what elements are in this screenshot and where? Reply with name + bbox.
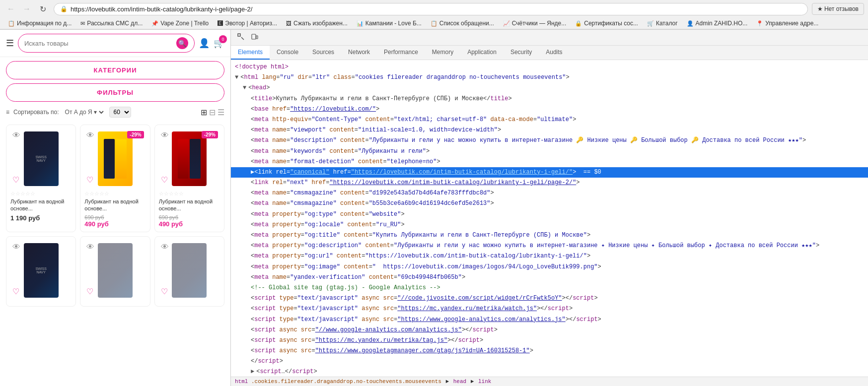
product-favorite-button[interactable]: ♡	[86, 287, 93, 296]
grid2-view-button[interactable]: ⊟	[209, 108, 216, 117]
hamburger-button[interactable]: ☰	[6, 38, 14, 49]
html-line-script-gtm[interactable]: <script async src="https://www.googletag…	[231, 346, 868, 356]
search-input[interactable]	[24, 40, 176, 47]
forward-button[interactable]: →	[20, 2, 34, 16]
product-eye-button[interactable]: 👁	[12, 131, 20, 140]
html-line-meta-desc[interactable]: <meta name="description" content="Лубрик…	[231, 135, 868, 146]
expand-arrow[interactable]: ▼	[235, 73, 238, 82]
product-card[interactable]: 👁 -29% ♡ ☆☆☆☆☆ Лубрикант на водной основ…	[154, 125, 224, 232]
inspect-element-button[interactable]	[235, 32, 247, 43]
html-line-comment-ga[interactable]: <!-- Global site tag (gtag.js) - Google …	[231, 283, 868, 293]
sort-select[interactable]: От А до Я ▾	[63, 108, 105, 116]
bookmark-compress[interactable]: 🖼 Сжать изображен...	[282, 19, 352, 28]
url-input[interactable]	[71, 5, 801, 13]
html-line-meta-fd[interactable]: <meta name="format-detection" content="t…	[231, 157, 868, 167]
bookmark-certs[interactable]: 🔒 Сертификаты сос...	[571, 19, 642, 28]
product-eye-button[interactable]: 👁	[12, 243, 20, 252]
expand-arrow[interactable]: ►	[251, 367, 254, 377]
product-card[interactable]: 👁 -29% ♡ ☆☆☆☆☆ Лубрикант на водной основ…	[80, 125, 150, 232]
bookmark-sms[interactable]: ✉ Рассылка СМС дл...	[76, 19, 146, 28]
html-line-og-locale[interactable]: <meta property="og:locale" content="ru_R…	[231, 220, 868, 230]
tab-audits[interactable]: Audits	[539, 46, 569, 60]
product-card[interactable]: 👁 ♡	[80, 236, 150, 307]
html-line-meta-kw[interactable]: <meta name="keywords" content="Лубрикант…	[231, 146, 868, 157]
html-line-og-url[interactable]: <meta property="og:url" content="https:/…	[231, 251, 868, 261]
bookmark-campaigns[interactable]: 📊 Кампании - Love Б...	[353, 19, 426, 28]
feedback-button[interactable]: ★ Нет отзывов	[812, 3, 864, 15]
product-eye-button[interactable]: 👁	[86, 131, 94, 140]
product-eye-button[interactable]: 👁	[161, 131, 169, 140]
product-card[interactable]: 👁 ♡	[154, 236, 224, 307]
html-line-script-metrika[interactable]: <script type="text/javascript" async src…	[231, 304, 868, 314]
html-line-og-image[interactable]: <meta property="og:image" content=" http…	[231, 262, 868, 272]
search-button[interactable]: 🔍	[176, 37, 188, 49]
html-line-meta-ct[interactable]: <meta http-equiv="Content-Type" content=…	[231, 115, 868, 125]
html-line-script-end[interactable]: </script>	[231, 356, 868, 367]
html-line-base[interactable]: <base href="https://lovebutik.com/" >	[231, 104, 868, 115]
bookmark-compress-icon: 🖼	[286, 20, 291, 26]
devtools-statusbar: html .cookies.filereader.draganddrop.no-…	[231, 377, 868, 386]
tab-console[interactable]: Console	[270, 46, 305, 60]
expand-arrow[interactable]: ▼	[243, 83, 246, 93]
product-eye-button[interactable]: 👁	[161, 243, 169, 252]
product-image-container: 👁 SWISSNAVY ♡	[10, 241, 72, 300]
tab-memory[interactable]: Memory	[425, 46, 460, 60]
cart-button[interactable]: 🛒 0	[214, 38, 224, 49]
html-line-meta-cms2[interactable]: <meta name="cmsmagazine" content="b55b3c…	[231, 198, 868, 209]
html-line-html[interactable]: ▼ <html lang="ru" dir="ltr" class="cooki…	[231, 72, 868, 83]
product-card[interactable]: 👁 SWISSNAVY ♡	[6, 236, 76, 307]
product-card[interactable]: 👁 SWISSNAVY ♡ ☆☆☆☆☆ Лубрикант на водной …	[6, 125, 76, 232]
tab-network[interactable]: Network	[341, 46, 377, 60]
tab-sources[interactable]: Sources	[305, 46, 341, 60]
html-line-script-jivosite[interactable]: <script type="text/javascript" async src…	[231, 293, 868, 304]
html-line-canonical[interactable]: ▶ <link rel="canonical" href="https://lo…	[231, 167, 868, 178]
bookmark-requests[interactable]: 📋 Список обращени...	[427, 19, 498, 28]
account-button[interactable]: 👤	[199, 38, 210, 49]
html-line-yandex[interactable]: <meta name="yandex-verification" content…	[231, 272, 868, 283]
devtools-content[interactable]: <!doctype html> ▼ <html lang="ru" dir="l…	[231, 60, 868, 377]
bookmark-addresses[interactable]: 📍 Управление адре...	[752, 19, 822, 28]
reload-button[interactable]: ↻	[36, 2, 50, 16]
bookmark-info[interactable]: 📋 Информация по д...	[4, 19, 75, 28]
bookmark-trello[interactable]: 📌 Vape Zone | Trello	[147, 19, 213, 28]
address-bar: 🔒	[54, 3, 808, 15]
tab-performance[interactable]: Performance	[377, 46, 425, 60]
bookmark-counters[interactable]: 📈 Счётчики — Янде...	[499, 19, 571, 28]
product-eye-button[interactable]: 👁	[86, 243, 94, 252]
html-line-og-desc[interactable]: <meta property="og:description" content=…	[231, 241, 868, 251]
tab-application[interactable]: Application	[460, 46, 504, 60]
html-line-script-ga2[interactable]: <script async src="//www.google-analytic…	[231, 325, 868, 335]
categories-button[interactable]: КАТЕГОРИИ	[6, 61, 224, 79]
html-line-og-type[interactable]: <meta property="og:type" content="websit…	[231, 209, 868, 220]
bookmark-catalog[interactable]: 🛒 Каталог	[643, 19, 682, 28]
filters-button[interactable]: ФИЛЬТРЫ	[6, 83, 224, 102]
product-image-container: 👁 SWISSNAVY ♡	[10, 129, 72, 189]
bookmark-evotor[interactable]: 🅴 Эвотор | Авториз...	[214, 19, 281, 28]
bookmark-requests-icon: 📋	[431, 20, 437, 27]
html-line-title[interactable]: <title> Купить Лубриканты и гели в Санкт…	[231, 94, 868, 104]
device-toggle-button[interactable]	[249, 32, 261, 43]
html-line-doctype[interactable]: <!doctype html>	[231, 62, 868, 72]
product-favorite-button[interactable]: ♡	[161, 287, 168, 296]
tab-elements[interactable]: Elements	[231, 46, 270, 60]
list-view-button[interactable]: ☰	[217, 108, 224, 117]
html-line-og-title[interactable]: <meta property="og:title" content="Купит…	[231, 230, 868, 241]
product-favorite-button[interactable]: ♡	[161, 175, 168, 185]
product-favorite-button[interactable]: ♡	[86, 175, 93, 185]
bookmark-addresses-icon: 📍	[756, 20, 763, 27]
grid-view-button[interactable]: ⊞	[201, 108, 207, 117]
back-button[interactable]: ←	[4, 2, 18, 16]
tab-security[interactable]: Security	[504, 46, 539, 60]
html-line-script-ga[interactable]: <script type="text/javascript" async src…	[231, 315, 868, 325]
html-line-head[interactable]: ▼ <head>	[231, 83, 868, 93]
html-line-link-next[interactable]: <link rel="next" href="https://lovebutik…	[231, 178, 868, 188]
product-favorite-button[interactable]: ♡	[12, 175, 19, 185]
html-line-meta-vp[interactable]: <meta name="viewport" content="initial-s…	[231, 125, 868, 135]
html-line-meta-cms1[interactable]: <meta name="cmsmagazine" content="d1992e…	[231, 188, 868, 198]
html-line-script-tag[interactable]: <script async src="https://mc.yandex.ru/…	[231, 335, 868, 346]
html-line-script-collapsed[interactable]: ► <script … </script>	[231, 367, 868, 377]
bookmark-catalog-icon: 🛒	[647, 20, 654, 27]
count-select[interactable]: 60	[109, 107, 131, 118]
bookmark-admin[interactable]: 👤 Admin ZAHID.HO...	[683, 19, 752, 28]
product-favorite-button[interactable]: ♡	[12, 287, 19, 296]
